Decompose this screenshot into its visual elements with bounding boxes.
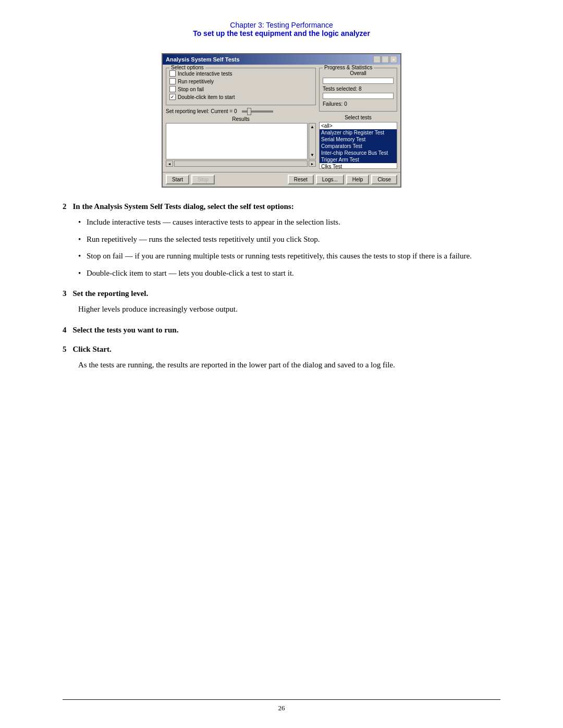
run-label: Run repetitively <box>178 79 214 84</box>
bullet-4: Double-click item to start — lets you do… <box>78 267 500 279</box>
scroll-left-icon[interactable]: ◄ <box>166 161 173 167</box>
step3-subtext: Higher levels produce increasingly verbo… <box>78 303 500 315</box>
test-item-inter-chip[interactable]: Inter-chip Resource Bus Test <box>320 150 397 156</box>
checkbox-stop[interactable]: Stop on fail <box>169 86 312 92</box>
test-item-comparators[interactable]: Comparators Test <box>320 143 397 150</box>
bullet-list: Include interactive tests — causes inter… <box>78 216 500 279</box>
step4-block: 4 Select the tests you want to run. <box>63 326 500 335</box>
dialog-body: Select options Include interactive tests… <box>163 65 400 172</box>
options-group-label: Select options <box>169 65 205 70</box>
chapter-header: Chapter 3: Testing Performance To set up… <box>63 21 500 38</box>
maximize-button[interactable]: □ <box>382 56 389 63</box>
test-listbox[interactable]: <all> Analyzer chip Register Test Serial… <box>319 122 397 169</box>
test-item-clks[interactable]: Clks Test <box>320 163 397 169</box>
stop-label: Stop on fail <box>178 87 204 92</box>
chapter-title: Chapter 3: Testing Performance <box>63 21 500 29</box>
dialog-titlebar: Analysis System Self Tests _ □ × <box>163 54 400 65</box>
doubleclick-label: Double-click item to start <box>178 94 235 100</box>
step3-heading: 3 Set the reporting level. <box>63 289 500 298</box>
bullet-3: Stop on fail — if you are running multip… <box>78 250 500 262</box>
bullet-2: Run repetitively — runs the selected tes… <box>78 233 500 245</box>
horiz-scroll: ◄ ► <box>166 161 316 167</box>
progress-group-label: Progress & Statistics <box>323 65 374 70</box>
right-panel: Progress & Statistics Overall Tests sele… <box>319 68 397 169</box>
page-number: 26 <box>278 704 285 712</box>
step5-text: Click Start. <box>73 345 112 354</box>
include-label: Include interactive tests <box>178 71 232 77</box>
results-label: Results <box>166 116 316 122</box>
checkbox-run[interactable]: Run repetitively <box>169 78 312 84</box>
failures-row: Failures: 0 <box>323 101 394 107</box>
start-button[interactable]: Start <box>166 175 189 184</box>
test-item-trigger-arm[interactable]: Trigger Arm Test <box>320 156 397 163</box>
minimize-button[interactable]: _ <box>373 56 381 63</box>
dialog-container: Analysis System Self Tests _ □ × Select … <box>63 53 500 188</box>
progress-bar2 <box>323 93 394 99</box>
page-footer: 26 <box>63 699 500 712</box>
reporting-row: Set reporting level: Current = 0 <box>166 108 316 114</box>
close-button-main[interactable]: Close <box>371 175 397 184</box>
doubleclick-checkbox[interactable]: ✓ <box>169 94 176 100</box>
test-item-chip-register[interactable]: Analyzer chip Register Test <box>320 129 397 136</box>
slider-track[interactable] <box>242 110 273 113</box>
horiz-scroll-track[interactable] <box>174 161 308 167</box>
stop-button[interactable]: Stop <box>191 175 215 184</box>
include-checkbox[interactable] <box>169 70 176 77</box>
step3-block: 3 Set the reporting level. Higher levels… <box>63 289 500 315</box>
page: Chapter 3: Testing Performance To set up… <box>0 0 563 728</box>
scroll-up-icon[interactable]: ▲ <box>310 124 314 131</box>
logs-button[interactable]: Logs... <box>316 175 344 184</box>
dialog-buttons: Start Stop Reset Logs... Help Close <box>163 172 400 187</box>
step4-number: 4 <box>63 326 67 335</box>
step4-text: Select the tests you want to run. <box>73 326 179 335</box>
slider-thumb[interactable] <box>247 108 251 115</box>
run-checkbox[interactable] <box>169 78 176 84</box>
titlebar-buttons: _ □ × <box>373 56 397 63</box>
tests-selected-label: Tests selected: <box>323 86 357 92</box>
step2-heading: 2 In the Analysis System Self Tests dial… <box>63 202 500 211</box>
checkbox-doubleclick[interactable]: ✓ Double-click item to start <box>169 94 312 100</box>
bullet-1: Include interactive tests — causes inter… <box>78 216 500 228</box>
tests-selected-value: 8 <box>359 86 362 92</box>
select-tests-label: Select tests <box>319 115 397 120</box>
dialog-title: Analysis System Self Tests <box>166 56 240 63</box>
select-options-group: Select options Include interactive tests… <box>166 68 316 105</box>
step3-text: Set the reporting level. <box>73 289 149 298</box>
dialog-box: Analysis System Self Tests _ □ × Select … <box>162 53 401 188</box>
step5-number: 5 <box>63 345 67 354</box>
step4-heading: 4 Select the tests you want to run. <box>63 326 500 335</box>
section-title: To set up the test equipment and the log… <box>63 29 500 38</box>
progress-bar <box>323 78 394 84</box>
results-area: ▲ ▼ <box>166 123 316 159</box>
close-button[interactable]: × <box>390 56 397 63</box>
step2-number: 2 <box>63 202 67 211</box>
progress-group: Progress & Statistics Overall Tests sele… <box>319 68 397 112</box>
test-item-all[interactable]: <all> <box>320 122 397 129</box>
scroll-right-icon[interactable]: ► <box>309 161 316 167</box>
failures-value: 0 <box>344 101 347 107</box>
help-button[interactable]: Help <box>346 175 370 184</box>
scroll-down-icon[interactable]: ▼ <box>310 152 314 159</box>
stop-checkbox[interactable] <box>169 86 176 92</box>
step5-heading: 5 Click Start. <box>63 345 500 354</box>
failures-label: Failures: <box>323 101 342 107</box>
results-textbox[interactable] <box>166 123 308 159</box>
reporting-label: Set reporting level: Current = 0 <box>166 108 237 114</box>
left-panel: Select options Include interactive tests… <box>166 68 316 169</box>
results-scrollbar[interactable]: ▲ ▼ <box>309 123 316 159</box>
step5-block: 5 Click Start. As the tests are running,… <box>63 345 500 371</box>
results-section: Results ▲ ▼ ◄ ► <box>166 116 316 167</box>
test-item-serial-memory[interactable]: Serial Memory Test <box>320 136 397 143</box>
step3-number: 3 <box>63 289 67 298</box>
step2-block: 2 In the Analysis System Self Tests dial… <box>63 202 500 279</box>
checkbox-include[interactable]: Include interactive tests <box>169 70 312 77</box>
step2-text: In the Analysis System Self Tests dialog… <box>73 202 294 211</box>
overall-label: Overall <box>323 70 394 76</box>
tests-selected-row: Tests selected: 8 <box>323 86 394 92</box>
step5-subtext: As the tests are running, the results ar… <box>78 359 500 371</box>
reset-button[interactable]: Reset <box>288 175 314 184</box>
